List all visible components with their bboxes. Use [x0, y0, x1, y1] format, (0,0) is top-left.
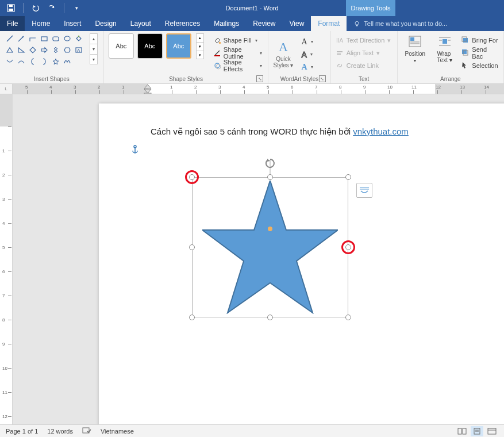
body-link[interactable]: vnkythuat.com — [353, 126, 409, 136]
vertical-ruler[interactable]: 12345678910111213141516 — [0, 94, 13, 424]
status-word-count[interactable]: 12 words — [47, 428, 73, 435]
svg-rect-18 — [337, 51, 343, 52]
shape-style-blue-selected[interactable]: Abc — [166, 33, 191, 59]
wrap-text-button[interactable]: WrapText ▾ — [432, 33, 457, 63]
svg-rect-25 — [443, 39, 447, 44]
shapes-more-button[interactable]: ▾ — [90, 54, 98, 64]
resize-handle-se[interactable] — [345, 315, 351, 320]
view-print-layout[interactable] — [471, 426, 483, 436]
text-fill-button[interactable]: A▾ — [301, 36, 314, 48]
tab-insert[interactable]: Insert — [57, 16, 88, 31]
selection-pane-button[interactable]: Selection — [461, 60, 499, 71]
view-web-layout[interactable] — [486, 426, 498, 436]
shapes-scroll-up[interactable]: ▴ — [90, 33, 98, 44]
rounded-rect-shape-icon[interactable] — [51, 33, 61, 44]
create-link-icon — [336, 62, 344, 70]
tab-mailings[interactable]: Mailings — [207, 16, 246, 31]
styles-more-button[interactable]: ▾ — [196, 51, 204, 59]
layout-options-button[interactable] — [356, 183, 372, 198]
curve-shape-icon[interactable] — [5, 56, 15, 67]
shape-styles-dialog-launcher[interactable]: ⤡ — [256, 75, 263, 82]
resize-handle-sw[interactable] — [189, 315, 195, 320]
status-spellcheck-icon[interactable] — [82, 427, 91, 436]
arrow-updown-shape-icon[interactable] — [51, 45, 61, 55]
tab-home[interactable]: Home — [25, 16, 57, 31]
line-shape-icon[interactable] — [5, 33, 15, 44]
horizontal-ruler[interactable]: 5432112345678910111213141516 — [13, 84, 504, 94]
tab-references[interactable]: References — [158, 16, 207, 31]
highlight-ring-e — [341, 240, 355, 254]
shape-style-white[interactable]: Abc — [109, 33, 134, 59]
svg-rect-19 — [337, 53, 341, 55]
brace-left-icon[interactable] — [28, 56, 38, 67]
text-outline-button[interactable]: A▾ — [301, 49, 314, 60]
styles-scroll-down[interactable]: ▾ — [196, 42, 204, 51]
shape-fill-button[interactable]: Shape Fill▾ — [212, 34, 264, 46]
shapes-gallery[interactable]: A — [5, 33, 84, 67]
triangle-shape-icon[interactable] — [5, 45, 15, 55]
align-text-button[interactable]: Align Text▾ — [336, 47, 391, 59]
view-read-mode[interactable] — [456, 426, 468, 436]
arrow-right-shape-icon[interactable] — [39, 45, 49, 55]
resize-handle-w[interactable] — [189, 244, 195, 250]
textbox-shape-icon[interactable]: A — [74, 45, 84, 55]
svg-rect-14 — [214, 55, 220, 56]
save-button[interactable] — [5, 2, 17, 14]
create-link-button[interactable]: Create Link — [336, 60, 391, 71]
shape-effects-button[interactable]: Shape Effects▾ — [212, 60, 264, 71]
tab-format[interactable]: Format — [311, 16, 347, 31]
svg-rect-13 — [219, 42, 221, 44]
resize-handle-s[interactable] — [267, 315, 273, 320]
tab-review[interactable]: Review — [246, 16, 282, 31]
brace-right-icon[interactable] — [39, 56, 49, 67]
send-backward-button[interactable]: Send Bac — [461, 47, 499, 59]
text-effects-button[interactable]: A▾ — [301, 62, 314, 73]
text-effects-icon: A — [302, 63, 307, 72]
title-bar: ▾ Document1 - Word Drawing Tools — [0, 0, 504, 16]
rotate-handle[interactable] — [264, 158, 276, 171]
styles-scroll-up[interactable]: ▴ — [196, 33, 204, 42]
rect-shape-icon[interactable] — [39, 33, 49, 44]
tab-view[interactable]: View — [283, 16, 311, 31]
shape-selection-box[interactable] — [192, 177, 348, 317]
shape-adjust-handle[interactable] — [268, 227, 272, 231]
oval-shape-icon[interactable] — [62, 33, 72, 44]
status-page[interactable]: Page 1 of 1 — [6, 428, 38, 435]
shape-style-black[interactable]: Abc — [137, 33, 163, 59]
arc-shape-icon[interactable] — [16, 56, 26, 67]
anchor-icon[interactable] — [131, 145, 139, 156]
text-direction-button[interactable]: IIA Text Direction▾ — [336, 34, 391, 46]
highlight-ring-nw — [185, 170, 199, 184]
elbow-shape-icon[interactable] — [28, 33, 38, 44]
position-icon — [407, 33, 423, 49]
resize-handle-n[interactable] — [267, 174, 273, 180]
arrow-shape-icon[interactable] — [16, 33, 26, 44]
bring-forward-button[interactable]: Bring For — [461, 34, 499, 46]
tab-design[interactable]: Design — [88, 16, 123, 31]
body-text[interactable]: Cách vẽ ngôi sao 5 cánh trong WORD thực … — [151, 127, 409, 136]
star-shape-icon[interactable] — [51, 56, 61, 67]
hanging-indent-icon[interactable] — [144, 89, 152, 94]
star-shape[interactable] — [202, 181, 338, 314]
position-button[interactable]: Position ▾ — [402, 33, 428, 63]
wordart-quick-styles[interactable]: A QuickStyles ▾ — [273, 40, 293, 68]
resize-handle-ne[interactable] — [345, 174, 351, 180]
diamond-shape-icon[interactable] — [28, 45, 38, 55]
shapes-scroll-down[interactable]: ▾ — [90, 44, 98, 54]
status-language[interactable]: Vietnamese — [101, 428, 134, 435]
shape-styles-gallery[interactable]: Abc Abc Abc — [109, 33, 191, 59]
shape-outline-button[interactable]: Shape Outline▾ — [212, 47, 264, 59]
hexagon-shape-icon[interactable] — [62, 45, 72, 55]
redo-button[interactable] — [45, 2, 58, 14]
tell-me-box[interactable]: Tell me what you want to do... — [347, 16, 504, 31]
wordart-dialog-launcher[interactable]: ⤡ — [319, 75, 326, 82]
undo-button[interactable] — [29, 2, 42, 14]
send-backward-icon — [461, 48, 469, 57]
tab-file[interactable]: File — [0, 16, 25, 31]
document-canvas[interactable]: Cách vẽ ngôi sao 5 cánh trong WORD thực … — [13, 94, 504, 424]
tab-layout[interactable]: Layout — [124, 16, 158, 31]
edit-shape-icon[interactable] — [74, 33, 84, 44]
right-triangle-shape-icon[interactable] — [16, 45, 26, 55]
customize-qa-button[interactable]: ▾ — [70, 2, 83, 14]
freeform-shape-icon[interactable] — [62, 56, 72, 67]
